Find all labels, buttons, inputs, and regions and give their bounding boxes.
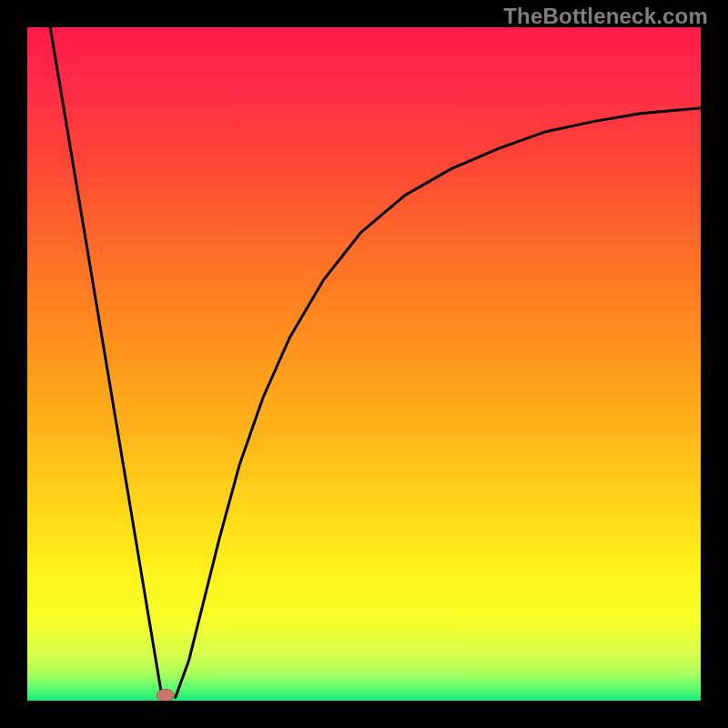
plot-area	[27, 27, 701, 701]
bottleneck-curve-left	[50, 27, 163, 701]
bottleneck-curve-right	[176, 108, 701, 698]
curve-layer	[27, 27, 701, 701]
watermark-text: TheBottleneck.com	[503, 4, 708, 29]
optimal-point-marker	[157, 689, 174, 701]
chart-frame: TheBottleneck.com	[0, 0, 728, 728]
